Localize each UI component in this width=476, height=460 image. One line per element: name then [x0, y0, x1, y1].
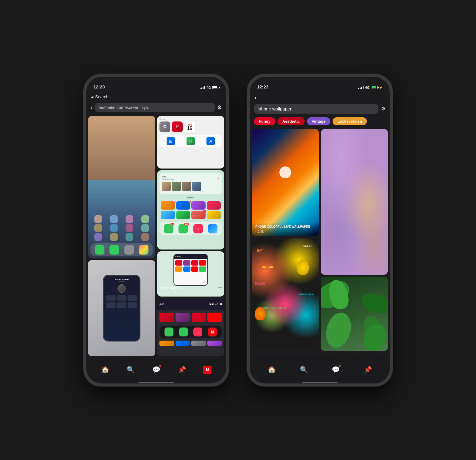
nav-home-right[interactable]: 🏠 — [268, 366, 276, 374]
nav-notifications-right[interactable]: 📌 — [364, 366, 372, 374]
album-thumb-2 — [172, 182, 181, 191]
chip-lockscreen[interactable]: Lockscreen a — [333, 117, 367, 125]
heart-icon: ♥ — [255, 230, 257, 234]
right-masonry-col-2: ••• — [321, 129, 388, 356]
network-label: 4G — [206, 86, 211, 89]
app-essential: 88 — [161, 201, 175, 210]
dock-music-2: ♪ — [193, 328, 202, 336]
call-screen-card[interactable]: Sarah Smith mobile — [88, 260, 155, 356]
app-socials: 77 — [191, 211, 206, 219]
app-small-3 — [191, 341, 206, 346]
nav-search-right[interactable]: 🔍 — [300, 366, 308, 374]
network-label-right: 4G — [365, 86, 369, 89]
chip-aesthetic[interactable]: Aesthetic — [278, 117, 305, 125]
app-media — [207, 201, 221, 210]
pin-icon-left: 📌 — [178, 366, 186, 374]
safari-widget-icon: ◎ — [187, 137, 195, 145]
back-row-left: ◂ Search — [86, 92, 226, 101]
music-section-label: Music — [159, 196, 222, 199]
search-bar-left: ‹ aesthetic homescreen layo... ⚙ — [86, 101, 226, 114]
back-chevron-right[interactable]: ‹ — [255, 94, 257, 101]
more-dots-marble[interactable]: ••• — [382, 269, 386, 273]
nav-search-left[interactable]: 🔍 — [126, 366, 135, 374]
app-music — [161, 211, 175, 219]
right-col: Sunday ⚙ 𝐏 APR 19 — [157, 116, 224, 356]
home-indicator-right — [250, 382, 390, 383]
app-utilities: 3 — [176, 201, 190, 210]
content-left: 10:02 — [86, 114, 226, 358]
nav-messages-right[interactable]: 💬 — [332, 366, 340, 374]
right-phone: 12:23 4G ⚡ — [247, 74, 393, 386]
pin-icon-right: 📌 — [364, 366, 372, 374]
home-indicator-left — [86, 382, 226, 383]
app-work — [176, 211, 190, 219]
colorful-wp-caption: IPHONE COLORFUL LIVE WALLPAPER ♥ 1.6k — [252, 223, 319, 236]
youtube-app — [207, 313, 222, 322]
netflix-nav-icon: N — [203, 366, 212, 374]
date-day: 19 — [187, 126, 192, 131]
time-right: 12:23 — [257, 84, 268, 89]
filter-icon-right[interactable]: ⚙ — [381, 105, 386, 112]
app-small-4 — [207, 341, 222, 346]
settings-icon-widget: ⚙ — [159, 121, 170, 132]
time-left: 12:20 — [93, 84, 105, 89]
iphone-layout-caption: iphone layout! — [159, 286, 182, 290]
nature-wallpaper-card[interactable] — [321, 277, 388, 351]
nav-dot-right — [339, 365, 341, 367]
iphone-layout-card[interactable]: iphone layout! ••• — [157, 251, 224, 297]
messages-icon-left: 💬 — [152, 366, 160, 374]
appstore-widget-icon: A — [206, 137, 215, 145]
nav-messages-left[interactable]: 💬 — [152, 366, 160, 374]
chip-funny[interactable]: Funny — [254, 117, 275, 125]
sticker-text-2: sleep — [303, 244, 312, 247]
homescreen-inspo-card[interactable]: 10:02 — [88, 116, 155, 259]
home-icon-left: 🏠 — [101, 366, 109, 374]
search-input-left[interactable]: aesthetic homescreen layo... — [95, 103, 215, 112]
dock-messages: 209 — [178, 224, 188, 233]
sticker-superman: SUPERMAN — [298, 293, 314, 296]
charging-icon: ⚡ — [379, 86, 383, 89]
sticker-wallpaper-card[interactable]: eat sleep break FLASH SUPERMAN Grand The… — [252, 238, 319, 348]
sticker-flash: FLASH — [255, 282, 265, 285]
widget-card[interactable]: Sunday ⚙ 𝐏 APR 19 — [157, 116, 224, 169]
dock-music: ♪ — [193, 224, 203, 233]
pinterest-app — [159, 313, 174, 322]
app-small-1 — [159, 341, 174, 346]
status-icons-right: 4G ⚡ — [358, 86, 383, 89]
search-icon-left: 🔍 — [126, 366, 135, 374]
nav-netflix-left[interactable]: N — [203, 366, 212, 374]
album-thumb-1 — [162, 182, 171, 191]
music-artist: ayo — [162, 175, 174, 178]
app-school — [191, 201, 206, 210]
left-phone: 12:20 4G — [83, 74, 229, 386]
app-small-2 — [176, 341, 190, 346]
more-dots-layout[interactable]: ••• — [218, 286, 222, 290]
nav-notifications-left[interactable]: 📌 — [178, 366, 186, 374]
search-input-right[interactable]: iphone wallpaper — [254, 104, 378, 114]
back-row-right: ‹ — [250, 92, 390, 102]
caller-type: mobile — [106, 281, 137, 283]
music-note-icon: ♪ — [218, 176, 220, 180]
chip-vintage[interactable]: Vintage — [307, 117, 331, 125]
right-masonry-col-1: IPHONE COLORFUL LIVE WALLPAPER ♥ 1.6k — [252, 129, 319, 356]
search-back-label[interactable]: Search — [95, 94, 108, 99]
marble-wallpaper-card[interactable]: ••• — [321, 129, 388, 275]
filter-icon-left[interactable]: ⚙ — [217, 104, 222, 111]
back-arrow-left[interactable]: ◂ — [91, 94, 93, 100]
dock-phone-2 — [165, 328, 173, 336]
masonry-grid-left: 10:02 — [86, 114, 226, 358]
right-content-masonry: IPHONE COLORFUL LIVE WALLPAPER ♥ 1.6k — [250, 127, 390, 358]
signal-icon-right — [358, 86, 364, 89]
music-card[interactable]: ayo morgan leigh ♪ — [157, 170, 224, 250]
bottom-apps-card[interactable]: 6:48 ▣▣ 4G ▮▮ — [157, 298, 224, 356]
colorful-wallpaper-card[interactable]: IPHONE COLORFUL LIVE WALLPAPER ♥ 1.6k — [252, 129, 319, 236]
bottom-nav-right: 🏠 🔍 💬 📌 — [250, 358, 390, 382]
dock-phone: 31 — [164, 224, 173, 233]
nav-home-left[interactable]: 🏠 — [101, 366, 109, 374]
messages-icon-right: 💬 — [332, 366, 340, 374]
back-chevron-left[interactable]: ‹ — [90, 104, 93, 111]
dock-safari — [208, 224, 217, 233]
pinterest-icon-widget: 𝐏 — [172, 121, 183, 132]
battery-icon — [212, 86, 219, 89]
notch — [134, 77, 178, 86]
